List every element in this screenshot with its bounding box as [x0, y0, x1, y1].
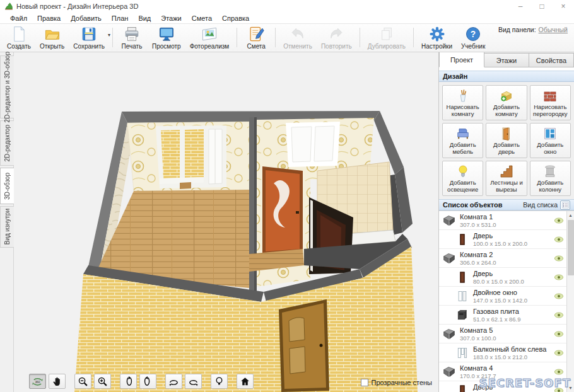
object-list-item[interactable]: Балконный блок слева 183.0 x 15.0 x 212.…: [439, 343, 566, 362]
toolbar-button[interactable]: Повторить ▾: [317, 25, 356, 50]
eye-icon[interactable]: [554, 236, 564, 243]
toolbar-button[interactable]: ? Учебник ▾: [457, 25, 489, 50]
object-name: Комната 4: [460, 364, 496, 372]
menu-item[interactable]: Смета: [187, 14, 217, 23]
viewport-tool-button[interactable]: [139, 374, 156, 389]
eye-icon[interactable]: [554, 311, 564, 319]
object-list-item[interactable]: Комната 5 307.0 x 100.0: [439, 325, 566, 343]
toolbar-button[interactable]: Дублировать ▾: [363, 25, 410, 50]
menu-item[interactable]: Этажи: [156, 14, 186, 23]
room-1-walls[interactable]: [127, 122, 249, 191]
eye-icon[interactable]: [554, 217, 564, 224]
menu-item[interactable]: Справка: [217, 14, 254, 23]
design-tool-button[interactable]: Добавить мебель: [442, 123, 483, 158]
object-list-title: Список объектов: [443, 201, 502, 209]
object-list-item[interactable]: Комната 4 170.0 x 217.7: [439, 362, 566, 381]
stove-item-icon: [456, 308, 469, 322]
menu-item[interactable]: Файл: [5, 14, 32, 23]
eye-icon[interactable]: [554, 255, 564, 262]
toolbar-button[interactable]: Отменить ▾: [279, 25, 317, 50]
orbit-right-icon: [188, 376, 199, 387]
panel-tab[interactable]: Проект: [439, 52, 484, 67]
toolbar-button[interactable]: Просмотр ▾: [148, 25, 185, 50]
new-file-icon: [11, 26, 27, 42]
design-tool-button[interactable]: Лестницы и вырезы: [486, 161, 527, 196]
eye-icon[interactable]: [554, 387, 564, 392]
rotate-ccw-icon: [123, 376, 134, 387]
object-list-item[interactable]: Газовая плита 51.0 x 62.1 x 86.9: [439, 306, 566, 325]
object-size: 183.0 x 15.0 x 212.0: [473, 354, 546, 360]
side-view-tab[interactable]: Вид изнутри: [0, 206, 14, 248]
panel-tab[interactable]: Этажи: [484, 53, 529, 67]
menu-item[interactable]: Добавить: [66, 14, 107, 23]
side-view-tab[interactable]: 3D-обзор: [0, 168, 14, 204]
viewport-tool-button[interactable]: [165, 374, 182, 389]
menu-item[interactable]: Вид: [133, 14, 156, 23]
design-tool-button[interactable]: Добавить комнату: [486, 85, 527, 120]
object-list-item[interactable]: Комната 1 307.0 x 531.0: [439, 211, 566, 230]
viewport-tool-button[interactable]: 360: [29, 374, 46, 389]
list-view-icon[interactable]: [560, 200, 570, 210]
transparent-walls-checkbox[interactable]: [361, 379, 368, 386]
eye-icon[interactable]: [554, 368, 564, 376]
panel-tab[interactable]: Свойства: [529, 53, 574, 67]
viewport-tool-button[interactable]: [185, 374, 202, 389]
eye-icon[interactable]: [554, 330, 564, 338]
object-list-item[interactable]: Двойное окно 147.0 x 15.0 x 142.0: [439, 287, 566, 306]
object-list-item[interactable]: Дверь 100.0 x 15.0 x 200.0: [439, 230, 566, 249]
scroll-down-icon[interactable]: ▼: [567, 384, 574, 392]
save-icon: [81, 26, 97, 42]
add-door-icon: [499, 126, 514, 141]
toolbar-button[interactable]: Смета ▾: [240, 25, 272, 50]
toolbar-button[interactable]: Печать ▾: [116, 25, 148, 50]
scroll-up-icon[interactable]: ▲: [567, 211, 574, 219]
side-view-tab[interactable]: 2D-редактор: [0, 120, 14, 166]
estimate-icon: [248, 26, 264, 42]
3d-scene[interactable]: [14, 52, 438, 392]
object-list-item[interactable]: Дверь 80.0 x 15.0 x 200.0: [439, 268, 566, 287]
photo-icon: [201, 26, 218, 42]
object-name: Дверь: [473, 232, 527, 240]
object-list-item[interactable]: Комната 2 306.0 x 264.0: [439, 249, 566, 268]
toolbar-button[interactable]: Сохранить ▾: [69, 25, 109, 50]
toolbar-button[interactable]: Фотореализм ▾: [185, 25, 234, 50]
eye-icon[interactable]: [554, 292, 564, 300]
interior-door[interactable]: [262, 166, 303, 255]
maximize-button[interactable]: □: [531, 0, 553, 13]
toolbar-button[interactable]: Открыть ▾: [35, 25, 69, 50]
toolbar-button[interactable]: Настройки ▾: [417, 25, 457, 50]
close-button[interactable]: ×: [553, 0, 574, 13]
scrollbar-thumb[interactable]: [568, 220, 574, 275]
design-tool-button[interactable]: Добавить дверь: [486, 123, 527, 158]
viewport-tool-button[interactable]: [211, 374, 228, 389]
dropdown-arrow-icon[interactable]: ▾: [108, 32, 110, 38]
viewport-toolbar: 360: [29, 374, 254, 389]
object-list-item[interactable]: Дверь 80.0 x 15.0 x 200.0: [439, 381, 566, 392]
menu-item[interactable]: План: [107, 14, 134, 23]
eye-icon[interactable]: [554, 274, 564, 281]
minimize-button[interactable]: –: [510, 0, 531, 13]
3d-viewport[interactable]: 360 Прозрачные стены: [14, 52, 438, 392]
design-tool-button[interactable]: Добавить освещение: [442, 161, 483, 196]
eye-icon[interactable]: [554, 349, 564, 357]
transparent-walls-toggle[interactable]: Прозрачные стены: [361, 379, 432, 386]
design-tool-button[interactable]: Нарисовать комнату: [442, 85, 483, 120]
object-size: 307.0 x 100.0: [460, 335, 496, 342]
object-name: Комната 2: [460, 251, 496, 259]
viewport-tool-button[interactable]: [74, 374, 91, 389]
design-tool-button[interactable]: Нарисовать перегородку: [530, 85, 571, 120]
viewport-tool-button[interactable]: [237, 374, 254, 389]
viewport-tool-button[interactable]: [94, 374, 111, 389]
design-tool-button[interactable]: Добавить колонну: [530, 161, 571, 196]
viewport-tool-button[interactable]: [120, 374, 137, 389]
design-tool-button[interactable]: Добавить окно: [530, 123, 571, 158]
entry-door[interactable]: [279, 299, 329, 392]
stairs-icon: [499, 164, 514, 179]
object-size: 170.0 x 217.7: [460, 372, 496, 379]
viewport-tool-button[interactable]: [49, 374, 66, 389]
menu-item[interactable]: Правка: [32, 14, 66, 23]
panel-view-value-link[interactable]: Обычный: [539, 26, 568, 33]
object-list-scrollbar[interactable]: ▲ ▼: [566, 211, 574, 392]
side-view-tab[interactable]: 2D-редактор и 3D-обзор: [0, 55, 14, 118]
room-item-icon: [443, 251, 455, 265]
